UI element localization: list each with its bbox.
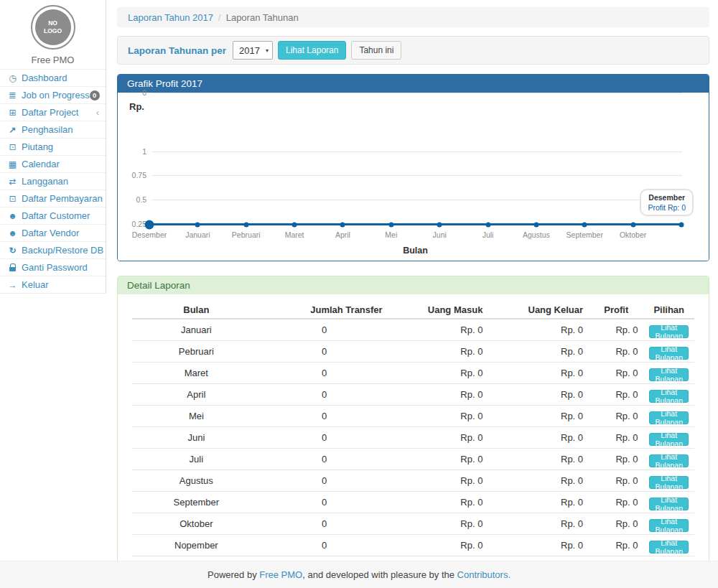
x-tick-label: September	[567, 230, 603, 239]
data-point[interactable]	[145, 220, 154, 230]
cell-jumlah-transfer: 0	[261, 427, 388, 449]
page: NO LOGO Free PMO Dashboard Job on Progre…	[0, 0, 718, 588]
lihat-bulanan-button[interactable]: Lihat Bulanan	[649, 433, 689, 446]
caret-down-icon: ▾	[266, 47, 269, 54]
sign-out-icon	[6, 280, 19, 290]
y-tick-label: 0.25	[118, 220, 146, 228]
table-icon	[6, 108, 19, 118]
lihat-bulanan-button[interactable]: Lihat Bulanan	[649, 368, 689, 381]
cell-uang-masuk: Rp. 0	[388, 427, 489, 449]
cell-profit: Rp. 0	[589, 363, 643, 384]
lihat-bulanan-button[interactable]: Lihat Bulanan	[649, 347, 689, 360]
table-row: Mei 0 Rp. 0 Rp. 0 Rp. 0 Lihat Bulanan	[132, 406, 694, 427]
data-point[interactable]	[679, 223, 684, 228]
sidebar-item[interactable]: Backup/Restore DB	[0, 241, 106, 258]
data-point[interactable]	[582, 223, 587, 228]
sidebar-item[interactable]: Calendar	[0, 155, 106, 172]
users-icon	[6, 211, 19, 221]
y-tick-label: 0.5	[118, 195, 146, 204]
lihat-bulanan-button[interactable]: Lihat Bulanan	[649, 498, 689, 510]
tooltip-value: Profit Rp: 0	[648, 203, 686, 212]
table-body: Januari 0 Rp. 0 Rp. 0 Rp. 0 Lihat Bulana…	[132, 319, 694, 578]
cell-jumlah-transfer: 0	[261, 406, 388, 427]
detail-report-panel: Detail Laporan Bulan Jumlah Transfer Uan…	[117, 276, 709, 588]
lihat-bulanan-button[interactable]: Lihat Bulanan	[649, 411, 689, 424]
data-point[interactable]	[630, 223, 635, 228]
data-point[interactable]	[292, 223, 297, 228]
sidebar-item[interactable]: Langganan	[0, 172, 106, 190]
data-point[interactable]	[195, 223, 200, 228]
cell-uang-masuk: Rp. 0	[388, 384, 489, 406]
data-point[interactable]	[388, 223, 393, 228]
cell-bulan: September	[132, 492, 261, 513]
tahun-ini-button[interactable]: Tahun ini	[351, 41, 401, 60]
x-tick-label: Juni	[433, 230, 447, 239]
table-row: April 0 Rp. 0 Rp. 0 Rp. 0 Lihat Bulanan	[132, 384, 694, 406]
table-row: September 0 Rp. 0 Rp. 0 Rp. 0 Lihat Bula…	[132, 492, 694, 513]
lihat-bulanan-button[interactable]: Lihat Bulanan	[649, 541, 689, 554]
sidebar-item[interactable]: Job on Progress 0	[0, 86, 106, 103]
tooltip-month: Desember	[648, 193, 686, 202]
sidebar-item-label: Daftar Pembayaran	[22, 193, 103, 204]
cell-uang-keluar: Rp. 0	[488, 449, 589, 470]
sidebar-item-label: Backup/Restore DB	[22, 245, 103, 256]
sidebar-item[interactable]: Daftar Pembayaran	[0, 190, 106, 207]
sidebar-item-label: Langganan	[22, 176, 68, 187]
sidebar-item[interactable]: Ganti Password	[0, 258, 106, 276]
table-header-row: Bulan Jumlah Transfer Uang Masuk Uang Ke…	[132, 302, 694, 319]
data-point[interactable]	[437, 223, 442, 228]
breadcrumb-link[interactable]: Laporan Tahun 2017	[128, 12, 213, 23]
table-row: Juni 0 Rp. 0 Rp. 0 Rp. 0 Lihat Bulanan	[132, 427, 694, 449]
tasks-icon	[6, 90, 19, 101]
column-header: Bulan	[132, 302, 261, 319]
cell-uang-masuk: Rp. 0	[388, 470, 489, 492]
lihat-bulanan-button[interactable]: Lihat Bulanan	[649, 454, 689, 467]
table-row: Januari 0 Rp. 0 Rp. 0 Rp. 0 Lihat Bulana…	[132, 319, 694, 341]
sidebar-item[interactable]: Daftar Vendor	[0, 224, 106, 241]
cell-profit: Rp. 0	[589, 406, 643, 427]
data-point[interactable]	[533, 223, 538, 228]
app-logo: NO LOGO	[31, 5, 75, 50]
lihat-laporan-button[interactable]: Lihat Laporan	[278, 41, 346, 60]
x-axis-title: Bulan	[149, 246, 681, 256]
table-row: Nopember 0 Rp. 0 Rp. 0 Rp. 0 Lihat Bulan…	[132, 535, 694, 556]
lihat-bulanan-button[interactable]: Lihat Bulanan	[649, 390, 689, 403]
cell-jumlah-transfer: 0	[261, 492, 388, 513]
cell-bulan: Pebruari	[132, 341, 261, 363]
sidebar-item[interactable]: Keluar	[0, 276, 106, 293]
table-row: Juli 0 Rp. 0 Rp. 0 Rp. 0 Lihat Bulanan	[132, 449, 694, 470]
data-point[interactable]	[340, 223, 345, 228]
year-select[interactable]: 2017 ▾	[233, 41, 273, 60]
profit-line-chart: Rp. 1 0.75 0	[118, 93, 709, 261]
cell-uang-keluar: Rp. 0	[488, 427, 589, 449]
cell-profit: Rp. 0	[589, 535, 643, 556]
sidebar-item[interactable]: Penghasilan	[0, 121, 106, 138]
sidebar-item[interactable]: Dashboard	[0, 69, 106, 86]
data-point[interactable]	[485, 223, 490, 228]
x-tick-label: Oktober	[620, 230, 646, 239]
cell-jumlah-transfer: 0	[261, 319, 388, 341]
sidebar-item[interactable]: Daftar Project ‹	[0, 103, 106, 121]
logo-box: NO LOGO Free PMO	[0, 0, 106, 69]
x-tick-label: Desember	[132, 230, 167, 239]
lihat-bulanan-button[interactable]: Lihat Bulanan	[649, 519, 689, 532]
sidebar-item-label: Job on Progress	[22, 90, 90, 101]
sidebar-item[interactable]: Piutang	[0, 138, 106, 155]
cell-profit: Rp. 0	[589, 492, 643, 513]
calendar-icon	[6, 159, 19, 169]
money-icon	[6, 194, 19, 204]
no-logo-disc: NO LOGO	[35, 9, 71, 45]
data-point[interactable]	[243, 223, 248, 228]
y-tick-label: 0	[118, 88, 146, 97]
sidebar-item[interactable]: Daftar Customer	[0, 207, 106, 224]
y-axis-title: Rp.	[129, 101, 144, 112]
free-pmo-link[interactable]: Free PMO	[259, 569, 302, 580]
sidebar: NO LOGO Free PMO Dashboard Job on Progre…	[0, 0, 106, 294]
sidebar-item-label: Daftar Customer	[22, 210, 90, 221]
lihat-bulanan-button[interactable]: Lihat Bulanan	[649, 325, 689, 338]
detail-panel-title: Detail Laporan	[118, 276, 709, 294]
lihat-bulanan-button[interactable]: Lihat Bulanan	[649, 476, 689, 489]
cell-profit: Rp. 0	[589, 384, 643, 406]
footer-text: Powered by	[208, 569, 259, 580]
contributors-link[interactable]: Contributors.	[457, 569, 510, 580]
